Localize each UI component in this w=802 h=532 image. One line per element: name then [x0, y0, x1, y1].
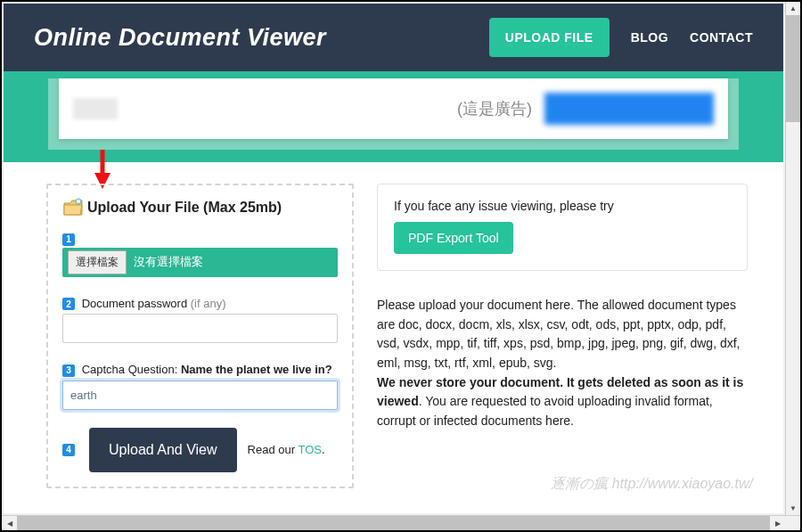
tos-text: Read our TOS. [248, 443, 325, 456]
scroll-up-icon[interactable]: ▲ [786, 2, 800, 15]
nav-upload-button[interactable]: UPLOAD FILE [489, 18, 610, 57]
password-label: 2 Document password (if any) [62, 297, 338, 311]
ad-blur-left [73, 98, 118, 119]
horizontal-scrollbar[interactable]: ◀ ▶ [2, 515, 800, 530]
scroll-down-icon[interactable]: ▼ [786, 502, 800, 515]
ad-blur-right [544, 93, 714, 125]
scroll-left-icon[interactable]: ◀ [2, 516, 17, 530]
captcha-input[interactable] [62, 381, 338, 410]
site-header: Online Document Viewer UPLOAD FILE BLOG … [4, 4, 783, 71]
nav-blog-link[interactable]: BLOG [631, 30, 668, 45]
notice-box: If you face any issue viewing, please tr… [377, 184, 748, 271]
file-select[interactable]: 選擇檔案 沒有選擇檔案 [62, 248, 338, 277]
svg-point-0 [76, 199, 81, 204]
site-title: Online Document Viewer [34, 24, 326, 52]
tos-link[interactable]: TOS [298, 443, 322, 456]
folder-icon [62, 198, 84, 217]
nav-contact-link[interactable]: CONTACT [690, 30, 753, 45]
scroll-right-icon[interactable]: ▶ [770, 516, 785, 530]
hero-banner: (這是廣告) [4, 71, 783, 162]
ad-box: (這是廣告) [59, 78, 728, 139]
hero-inner: (這是廣告) [48, 78, 739, 150]
ad-label: (這是廣告) [457, 98, 532, 119]
captcha-label: 3 Captcha Question: Name the planet we l… [62, 363, 338, 377]
step-badge-4: 4 [62, 444, 75, 456]
pdf-export-button[interactable]: PDF Export Tool [394, 222, 513, 254]
description: Please upload your document here. The al… [377, 296, 748, 431]
window-frame: Online Document Viewer UPLOAD FILE BLOG … [0, 0, 802, 532]
horizontal-scroll-thumb[interactable] [17, 516, 770, 530]
right-column: If you face any issue viewing, please tr… [377, 184, 748, 431]
vertical-scrollbar[interactable]: ▲ ▼ [785, 2, 800, 515]
no-file-text: 沒有選擇檔案 [134, 254, 203, 270]
upload-and-view-button[interactable]: Upload And View [89, 428, 237, 472]
nav: UPLOAD FILE BLOG CONTACT [489, 18, 753, 57]
notice-text: If you face any issue viewing, please tr… [394, 199, 731, 213]
choose-file-button[interactable]: 選擇檔案 [68, 250, 127, 274]
vertical-scroll-thumb[interactable] [786, 15, 800, 122]
step-badge-1: 1 [62, 233, 75, 246]
upload-card: Upload Your File (Max 25mb) 1 選擇檔案 沒有選擇檔… [46, 184, 354, 488]
main-content: Upload Your File (Max 25mb) 1 選擇檔案 沒有選擇檔… [4, 162, 783, 504]
upload-title: Upload Your File (Max 25mb) [87, 200, 282, 216]
step-badge-2: 2 [62, 298, 75, 310]
step-badge-3: 3 [62, 364, 75, 377]
password-input[interactable] [62, 314, 338, 343]
viewport: Online Document Viewer UPLOAD FILE BLOG … [4, 4, 783, 513]
